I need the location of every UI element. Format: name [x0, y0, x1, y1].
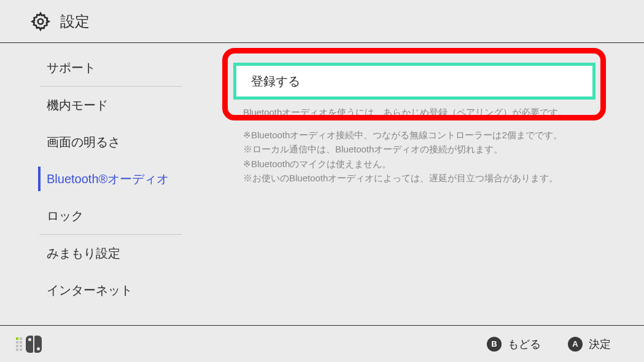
confirm-label: 決定 — [589, 337, 611, 352]
note-line: ※お使いのBluetoothオーディオによっては、遅延が目立つ場合があります。 — [243, 171, 562, 185]
footer: B もどる A 決定 — [0, 325, 644, 362]
a-button-icon: A — [568, 337, 583, 352]
note-line: ※Bluetoothのマイクは使えません。 — [243, 157, 562, 171]
sidebar-item-internet[interactable]: インターネット — [0, 272, 221, 309]
sidebar-item-support[interactable]: サポート — [0, 49, 221, 86]
footer-actions: B もどる A 決定 — [487, 337, 611, 352]
sidebar-item-bluetooth-audio[interactable]: Bluetooth®オーディオ — [0, 160, 221, 197]
header: 設定 — [0, 0, 644, 43]
sidebar-item-label: みまもり設定 — [47, 245, 120, 262]
sidebar-item-parental-controls[interactable]: みまもり設定 — [0, 235, 221, 272]
back-label: もどる — [508, 337, 541, 352]
notes: ※Bluetoothオーディオ接続中、つながる無線コントローラーは2個までです。… — [243, 128, 562, 185]
sidebar: サポート 機内モード 画面の明るさ Bluetooth®オーディオ ロック みま… — [0, 43, 221, 325]
note-line: ※Bluetoothオーディオ接続中、つながる無線コントローラーは2個までです。 — [243, 128, 562, 142]
sidebar-item-lock[interactable]: ロック — [0, 197, 221, 234]
sidebar-item-airplane-mode[interactable]: 機内モード — [0, 87, 221, 124]
sidebar-item-label: サポート — [47, 60, 96, 76]
body: サポート 機内モード 画面の明るさ Bluetooth®オーディオ ロック みま… — [0, 43, 644, 325]
page-title: 設定 — [60, 12, 90, 31]
sidebar-item-screen-brightness[interactable]: 画面の明るさ — [0, 124, 221, 160]
annotation-highlight — [222, 48, 606, 120]
note-line: ※ローカル通信中は、Bluetoothオーディオの接続が切れます。 — [243, 142, 562, 156]
sidebar-item-label: ロック — [47, 208, 83, 224]
sidebar-item-label: 画面の明るさ — [47, 134, 120, 151]
back-button[interactable]: B もどる — [487, 337, 541, 352]
controller-status — [16, 336, 42, 353]
player-indicator-icon — [16, 337, 22, 351]
gear-icon — [31, 12, 50, 31]
b-button-icon: B — [487, 337, 502, 352]
sidebar-item-label: インターネット — [47, 282, 133, 299]
sidebar-item-label: 機内モード — [47, 97, 108, 114]
confirm-button[interactable]: A 決定 — [568, 337, 611, 352]
joycon-icon — [26, 336, 42, 353]
sidebar-item-label: Bluetooth®オーディオ — [47, 171, 169, 187]
content-panel: 登録する Bluetoothオーディオを使うには、あらかじめ登録（ペアリング）が… — [221, 43, 644, 325]
svg-point-0 — [38, 18, 44, 24]
